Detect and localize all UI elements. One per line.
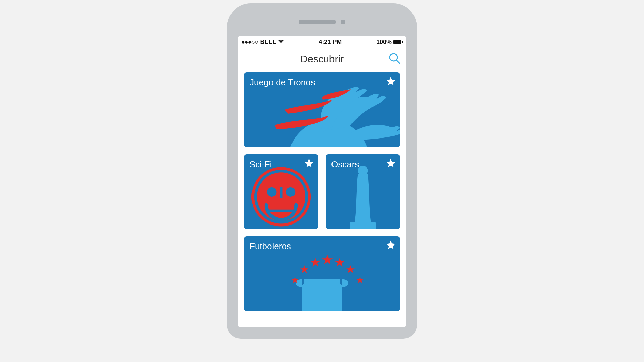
card-title: Futboleros xyxy=(249,241,291,252)
search-icon xyxy=(388,52,401,66)
card-row-two: Sci-Fi xyxy=(244,154,400,229)
phone-camera xyxy=(341,20,345,24)
favorite-button[interactable] xyxy=(386,158,396,169)
wifi-icon xyxy=(278,39,284,45)
battery-label: 100% xyxy=(376,39,392,46)
svg-line-3 xyxy=(397,60,400,63)
favorite-button[interactable] xyxy=(386,76,396,87)
status-left: ●●●○○ BELL xyxy=(241,39,284,46)
page-title: Descubrir xyxy=(300,53,344,65)
favorite-button[interactable] xyxy=(386,240,396,251)
star-icon xyxy=(386,245,396,251)
card-title: Juego de Tronos xyxy=(249,77,315,88)
card-title: Oscars xyxy=(331,159,359,170)
favorite-button[interactable] xyxy=(304,158,314,169)
svg-rect-1 xyxy=(402,41,403,43)
svg-rect-0 xyxy=(393,40,401,44)
svg-rect-9 xyxy=(280,187,283,198)
star-icon xyxy=(386,81,396,87)
card-grid: Juego de Tronos xyxy=(238,70,406,327)
status-bar: ●●●○○ BELL 4:21 PM 100% xyxy=(238,36,406,48)
svg-point-2 xyxy=(390,54,397,61)
card-oscars[interactable]: Oscars xyxy=(326,154,400,229)
app-header: Descubrir xyxy=(238,48,406,70)
star-icon xyxy=(304,163,314,169)
card-title: Sci-Fi xyxy=(249,159,272,170)
phone-speaker-row xyxy=(238,14,406,30)
card-juego-de-tronos[interactable]: Juego de Tronos xyxy=(244,72,400,147)
status-right: 100% xyxy=(376,39,403,46)
carrier-label: BELL xyxy=(260,39,276,46)
phone-screen: ●●●○○ BELL 4:21 PM 100% Descubrir xyxy=(238,36,406,327)
svg-point-7 xyxy=(267,187,277,197)
svg-point-8 xyxy=(286,187,295,197)
svg-rect-14 xyxy=(304,279,340,285)
status-time: 4:21 PM xyxy=(319,39,342,46)
phone-speaker xyxy=(299,20,336,24)
star-icon xyxy=(386,163,396,169)
battery-icon xyxy=(393,40,403,44)
card-futboleros[interactable]: Futboleros xyxy=(244,236,400,311)
card-sci-fi[interactable]: Sci-Fi xyxy=(244,154,318,229)
signal-icon: ●●●○○ xyxy=(241,39,258,46)
svg-rect-13 xyxy=(302,284,342,311)
svg-rect-12 xyxy=(350,222,376,229)
phone-frame: ●●●○○ BELL 4:21 PM 100% Descubrir xyxy=(227,3,417,339)
search-button[interactable] xyxy=(388,52,401,66)
